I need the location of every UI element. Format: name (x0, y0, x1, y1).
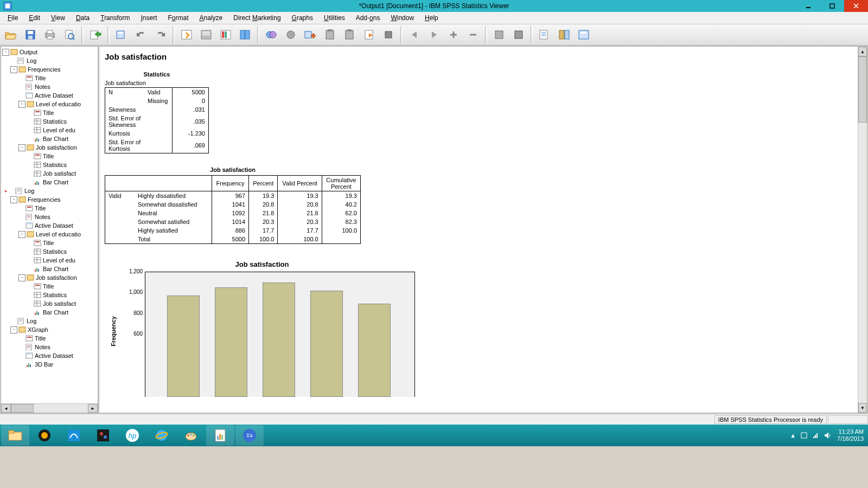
tree-toggle[interactable]: - (10, 196, 17, 203)
tree-node[interactable]: Title (2, 239, 98, 247)
tree-node[interactable]: -Job satisfaction (2, 273, 98, 282)
tray-network-icon[interactable] (812, 432, 820, 439)
print-preview-button[interactable] (61, 26, 78, 43)
tree-node[interactable]: Statistics (2, 160, 98, 169)
tree-node[interactable]: Notes (2, 82, 98, 91)
close-button[interactable] (844, 0, 868, 12)
export-button[interactable] (87, 26, 104, 43)
tree-node[interactable]: Title (2, 334, 98, 343)
tree-node[interactable]: Active Dataset (2, 221, 98, 230)
tree-toggle[interactable]: - (10, 326, 17, 333)
task-hp[interactable]: hp (118, 425, 146, 446)
menu-window[interactable]: Window (385, 13, 419, 23)
goto-data-button[interactable] (178, 26, 195, 43)
tray-flag-icon[interactable] (800, 432, 808, 439)
tree-toggle[interactable]: - (10, 66, 17, 73)
tree-node[interactable]: Active Dataset (2, 91, 98, 100)
menu-graphs[interactable]: Graphs (286, 13, 318, 23)
menu-insert[interactable]: Insert (135, 13, 162, 23)
tree-node[interactable]: Notes (2, 213, 98, 221)
insert-button[interactable] (302, 26, 319, 43)
content-vscrollbar[interactable]: ▲ ▼ (858, 47, 867, 413)
tree-node[interactable]: -Frequencies (2, 65, 98, 74)
task-spss[interactable]: Σα (235, 425, 264, 446)
tree-node[interactable]: Job satisfact (2, 299, 98, 308)
print-button[interactable] (41, 26, 59, 43)
tree-node[interactable]: Title (2, 152, 98, 160)
task-explorer[interactable] (1, 425, 29, 446)
tree-node[interactable]: Bar Chart (2, 265, 98, 273)
outline-tree-pane[interactable]: -OutputLog-FrequenciesTitleNotesActive D… (1, 46, 98, 413)
tree-toggle[interactable]: - (18, 144, 25, 151)
tray-up-icon[interactable]: ▲ (790, 432, 796, 439)
show-hidden-button[interactable] (282, 26, 299, 43)
task-document[interactable] (206, 425, 234, 446)
run-button[interactable] (360, 26, 378, 43)
scroll-up-icon[interactable]: ▲ (858, 47, 867, 56)
tree-node[interactable]: Title (2, 74, 98, 82)
tree-node[interactable]: Log (2, 317, 98, 325)
tree-node[interactable]: Title (2, 108, 98, 117)
tree-node[interactable]: Level of edu (2, 256, 98, 265)
zoom-in-button[interactable] (445, 26, 462, 43)
tree-node[interactable]: Statistics (2, 247, 98, 256)
tree-node[interactable]: ▸Log (2, 187, 98, 195)
scroll-left-icon[interactable]: ◄ (1, 404, 11, 413)
menu-transform[interactable]: Transform (95, 13, 135, 23)
task-ie[interactable] (148, 425, 176, 446)
tree-node[interactable]: -XGraph (2, 325, 98, 334)
designate-right-button[interactable] (510, 26, 527, 43)
tree-node[interactable]: Active Dataset (2, 351, 98, 360)
clipboard1-button[interactable] (321, 26, 339, 43)
task-paint[interactable] (177, 425, 205, 446)
tree-node[interactable]: -Job satisfaction (2, 143, 98, 152)
task-app-blue[interactable] (60, 425, 88, 446)
tree-node[interactable]: -Level of educatio (2, 100, 98, 108)
forward-button[interactable] (425, 26, 443, 43)
menu-file[interactable]: File (2, 13, 23, 23)
tray-clock[interactable]: 11:23 AM7/18/2013 (837, 428, 864, 442)
menu-edit[interactable]: Edit (23, 13, 46, 23)
back-button[interactable] (406, 26, 423, 43)
open-button[interactable] (2, 26, 20, 43)
goto-variable-button[interactable] (217, 26, 234, 43)
minimize-button[interactable] (796, 0, 820, 12)
tree-node[interactable]: 3D Bar (2, 360, 98, 369)
recall-dialog-button[interactable] (113, 26, 130, 43)
tree-toggle[interactable]: - (18, 101, 25, 108)
tree-node[interactable]: Statistics (2, 117, 98, 126)
script-button[interactable] (575, 26, 592, 43)
menu-direct-marketing[interactable]: Direct Marketing (228, 13, 286, 23)
menu-format[interactable]: Format (163, 13, 194, 23)
stop-button[interactable] (380, 26, 397, 43)
task-media[interactable] (30, 425, 59, 446)
menu-add-ons[interactable]: Add-ons (350, 13, 386, 23)
maximize-button[interactable] (820, 0, 844, 12)
tree-node[interactable]: Bar Chart (2, 178, 98, 187)
task-app-dark[interactable] (89, 425, 117, 446)
tree-toggle[interactable]: - (18, 231, 25, 238)
menu-data[interactable]: Data (71, 13, 95, 23)
designate-left-button[interactable] (490, 26, 508, 43)
tray-volume-icon[interactable] (824, 432, 833, 439)
save-button[interactable] (22, 26, 39, 43)
tree-hscrollbar[interactable]: ◄ ► (1, 403, 98, 413)
redo-button[interactable] (152, 26, 169, 43)
tree-node[interactable]: -Output (2, 48, 98, 56)
tree-node[interactable]: -Frequencies (2, 195, 98, 204)
tree-node[interactable]: Log (2, 56, 98, 65)
clipboard2-button[interactable] (341, 26, 358, 43)
variables-button[interactable] (237, 26, 254, 43)
goto-case-button[interactable] (197, 26, 215, 43)
system-tray[interactable]: ▲ 11:23 AM7/18/2013 (790, 428, 868, 442)
tree-node[interactable]: Title (2, 204, 98, 213)
menu-analyze[interactable]: Analyze (194, 13, 228, 23)
undo-button[interactable] (132, 26, 150, 43)
tree-node[interactable]: Job satisfact (2, 169, 98, 178)
menu-help[interactable]: Help (419, 13, 444, 23)
zoom-out-button[interactable] (464, 26, 482, 43)
tree-toggle[interactable]: - (2, 49, 9, 56)
tree-node[interactable]: Bar Chart (2, 134, 98, 143)
create-button[interactable] (536, 26, 553, 43)
tree-node[interactable]: Bar Chart (2, 308, 98, 317)
